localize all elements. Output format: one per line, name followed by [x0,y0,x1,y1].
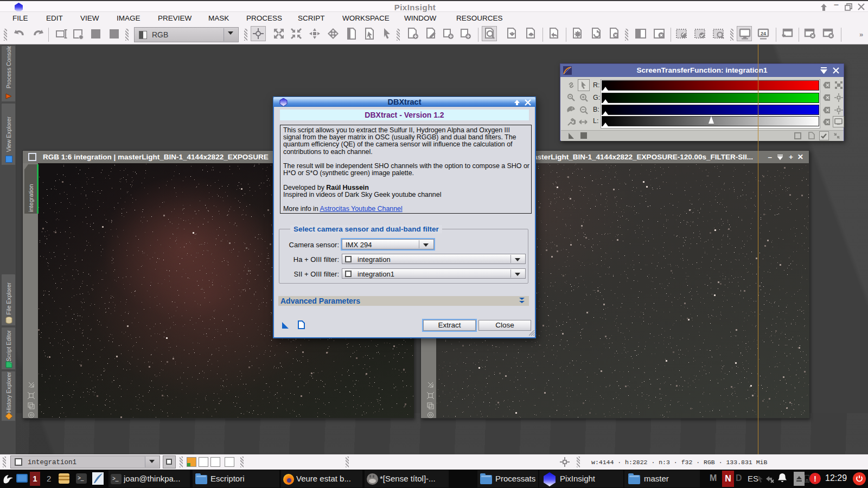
svg-text:24: 24 [761,31,766,36]
